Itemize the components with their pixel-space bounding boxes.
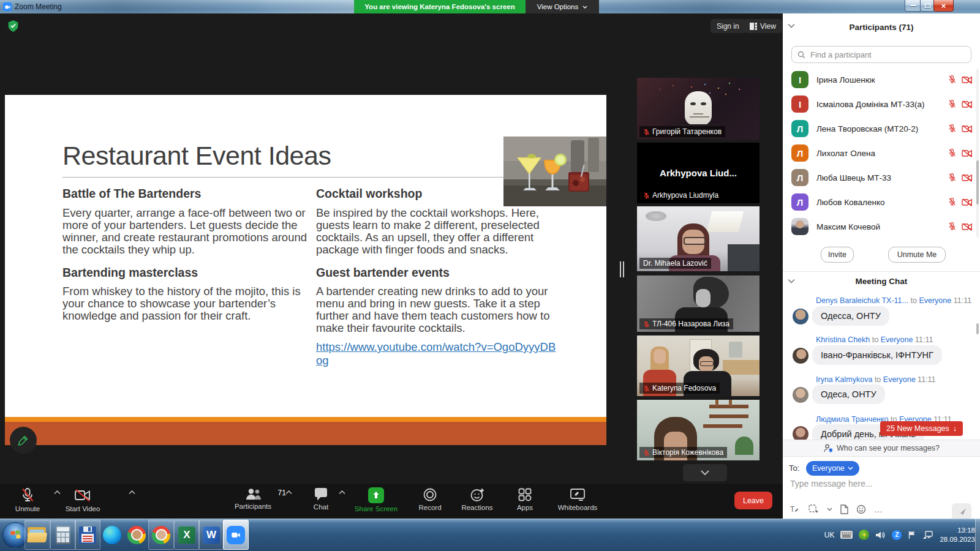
video-tile[interactable]: Григорій Татаренков xyxy=(637,78,760,140)
video-tile[interactable]: Вікторія Кожевнікова xyxy=(637,400,760,460)
participants-button[interactable]: 71 Participants xyxy=(225,487,281,510)
chat-message-input[interactable] xyxy=(789,476,969,491)
participant-row[interactable]: Л Любов Коваленко xyxy=(791,190,973,214)
invite-label: Invite xyxy=(828,250,846,259)
participant-row[interactable]: Л Лена Творовская (МТ20-2) xyxy=(791,116,973,141)
taskbar-edge[interactable] xyxy=(99,520,125,550)
viewing-screen-banner: You are viewing Kateryna Fedosova's scre… xyxy=(354,0,526,13)
mic-off-icon xyxy=(948,222,957,231)
chevron-down-icon[interactable] xyxy=(827,508,832,511)
screenshot-icon[interactable] xyxy=(809,504,819,514)
meeting-security-shield-icon[interactable] xyxy=(7,20,19,32)
apps-button[interactable]: Apps xyxy=(497,487,552,511)
taskbar-clock[interactable]: 13:18 28.09.2023 xyxy=(940,526,975,544)
new-messages-button[interactable]: 25 New Messages ↓ xyxy=(880,421,963,436)
participant-row[interactable]: Максим Кочевой xyxy=(791,214,973,239)
action-center-flag-icon[interactable] xyxy=(908,531,916,539)
participants-options-caret[interactable] xyxy=(285,490,292,495)
mic-off-icon xyxy=(643,321,650,328)
participant-search[interactable] xyxy=(791,46,971,63)
view-layout-button[interactable]: View xyxy=(744,19,782,33)
taskbar-chrome-profile1[interactable] xyxy=(124,520,149,550)
slide-paragraph: Every quarter, arrange a face-off betwee… xyxy=(62,207,307,256)
unmute-label: Unmute xyxy=(15,505,40,512)
mic-off-icon xyxy=(20,487,35,503)
send-message-button[interactable] xyxy=(952,503,971,520)
slide-paragraph: From whiskey to the history of the mojit… xyxy=(62,285,307,322)
floppy-disk-icon xyxy=(79,527,96,544)
panel-divider xyxy=(783,271,980,272)
chat-scrollbar-thumb[interactable] xyxy=(976,323,979,334)
format-text-icon[interactable]: T xyxy=(790,504,801,514)
network-icon[interactable] xyxy=(922,531,933,539)
zoom-tray-icon[interactable]: Z xyxy=(892,530,902,540)
time: 13:18 xyxy=(940,526,975,535)
sign-in-button[interactable]: Sign in xyxy=(710,19,745,33)
unmute-me-button[interactable]: Unmute Me xyxy=(888,247,946,263)
video-tile[interactable]: Arkhypova Liud... Arkhypova Liudmyla xyxy=(637,143,760,203)
taskbar-chrome-profile2[interactable] xyxy=(148,520,174,550)
video-tile[interactable]: Kateryna Fedosova xyxy=(637,335,760,396)
new-messages-label: 25 New Messages xyxy=(886,424,949,433)
unmute-me-label: Unmute Me xyxy=(897,250,937,259)
who-can-see-bar[interactable]: Who can see your messages? xyxy=(783,440,980,457)
share-screen-button[interactable]: Share Screen xyxy=(349,487,404,512)
participant-row[interactable]: Л Лихолат Олена xyxy=(791,141,973,165)
annotate-pencil-button[interactable] xyxy=(10,427,37,454)
participant-row[interactable]: Л Люба Швець МТ-33 xyxy=(791,165,973,190)
panel-resize-handle[interactable] xyxy=(620,261,625,277)
view-label: View xyxy=(760,22,776,31)
video-options-caret[interactable] xyxy=(129,490,135,495)
taskbar-word[interactable]: W xyxy=(198,520,224,550)
view-options-dropdown[interactable]: View Options xyxy=(526,0,599,13)
plant xyxy=(735,437,753,455)
participants-icon xyxy=(245,487,262,501)
video-tile[interactable]: ТЛ-406 Назарова Лиза xyxy=(637,276,760,332)
search-input[interactable] xyxy=(809,50,952,60)
tile-name-label: Dr. Mihaela Lazović xyxy=(643,259,707,268)
volume-icon[interactable] xyxy=(875,531,886,539)
invite-button[interactable]: Invite xyxy=(821,247,854,263)
more-tiles-button[interactable] xyxy=(683,464,727,481)
chat-message-bubble: Івано-Франківськ, ІФНТУНГ xyxy=(812,345,942,365)
participant-name: Любов Коваленко xyxy=(816,198,948,207)
taskbar-excel[interactable]: X xyxy=(174,520,200,550)
taskbar-floppy-app[interactable] xyxy=(75,520,100,550)
restore-button[interactable] xyxy=(920,0,935,12)
participants-scrollbar-thumb[interactable] xyxy=(976,160,979,204)
chat-options-caret[interactable] xyxy=(339,490,345,495)
show-desktop-button[interactable] xyxy=(975,519,980,551)
reactions-button[interactable]: Reactions xyxy=(450,487,505,511)
taskbar-calculator[interactable] xyxy=(50,520,76,550)
slide-paragraph: Be inspired by the cocktail workshops. H… xyxy=(316,207,561,256)
video-tile-active-speaker[interactable]: Dr. Mihaela Lazović xyxy=(637,206,760,271)
taskbar-zoom-active[interactable] xyxy=(223,520,249,550)
slide-title: Restaurant Event Ideas xyxy=(62,141,331,171)
taskbar-file-explorer[interactable] xyxy=(24,520,50,550)
mic-off-icon xyxy=(948,75,957,84)
keyboard-icon[interactable] xyxy=(840,531,853,539)
youtube-link[interactable]: https://www.youtube.com/watch?v=OgoDyyyD… xyxy=(316,340,561,367)
svg-text:T: T xyxy=(790,505,795,514)
leave-button[interactable]: Leave xyxy=(734,492,772,509)
unmute-button[interactable]: Unmute xyxy=(0,487,55,512)
participant-row[interactable]: І Ісмаілова Домініка МТ-33(а) xyxy=(791,92,973,116)
avatar-photo xyxy=(791,218,809,235)
antivirus-shield-icon[interactable]: + xyxy=(859,530,869,540)
chevron-down-icon xyxy=(848,467,853,470)
participant-row[interactable]: І Ірина Лошенюк xyxy=(791,67,973,92)
minimize-button[interactable] xyxy=(905,0,921,12)
send-to-dropdown[interactable]: Everyone xyxy=(806,461,859,476)
file-icon[interactable] xyxy=(840,504,848,514)
participants-scrollbar[interactable] xyxy=(976,69,979,238)
start-video-button[interactable]: Start Video xyxy=(55,487,110,512)
mic-off-icon xyxy=(643,129,650,135)
view-options-label: View Options xyxy=(537,3,579,10)
emoji-icon[interactable] xyxy=(856,504,866,514)
more-options-icon[interactable]: … xyxy=(874,506,883,512)
window-titlebar[interactable]: Zoom Meeting You are viewing Kateryna Fe… xyxy=(0,0,980,13)
whiteboards-button[interactable]: Whiteboards xyxy=(550,487,605,511)
close-button[interactable]: × xyxy=(933,0,954,12)
avatar: Л xyxy=(791,144,809,162)
language-indicator[interactable]: UK xyxy=(824,531,835,539)
